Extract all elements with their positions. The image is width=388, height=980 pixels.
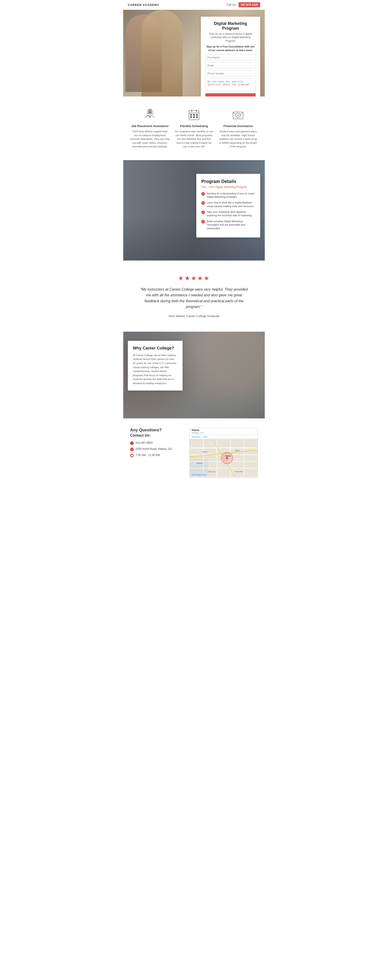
features-section: $ Job Placement Assistance You'll have l… <box>123 97 265 160</box>
feature-financial-assistance: $ Financial Assistance Student loans and… <box>219 108 258 148</box>
map-controls[interactable]: Directions Save <box>190 435 258 439</box>
feature-job-placement: $ Job Placement Assistance You'll have l… <box>130 108 169 148</box>
contact-phone-value: 512-467-8903 <box>136 441 153 444</box>
svg-rect-12 <box>196 116 198 118</box>
svg-text:$: $ <box>237 114 239 117</box>
phone-number[interactable]: 567-876-1229 <box>238 2 260 7</box>
feature-job-placement-title: Job Placement Assistance <box>130 124 169 128</box>
svg-rect-7 <box>190 114 192 115</box>
email-input[interactable] <box>205 62 255 68</box>
why-title: Why Career College? <box>133 346 177 351</box>
phone-icon: 📞 <box>130 441 134 445</box>
feature-flexible-scheduling-desc: Our programs start monthly so you can fi… <box>174 130 214 148</box>
feature-financial-assistance-desc: Student loans and payment plans may be a… <box>219 130 258 148</box>
view-larger-map-link[interactable]: View larger map <box>191 474 206 476</box>
check-icon-3: ✓ <box>201 210 205 214</box>
feature-flexible-scheduling-title: Flexible Scheduling <box>174 124 214 128</box>
check-icon-2: ✓ <box>201 201 205 205</box>
logo: CAREER ACADEMY <box>128 3 159 6</box>
features-grid: $ Job Placement Assistance You'll have l… <box>130 108 258 148</box>
calendar-icon <box>187 108 201 122</box>
why-box: Why Career College? At Career College, w… <box>128 341 183 391</box>
book-consultation-button[interactable]: BOOK FREE CONSULTATION <box>205 93 255 97</box>
program-text-2: Learn how to think like a Digital Market… <box>207 201 255 208</box>
program-section: Program Details Part - Time Digital Mark… <box>123 160 265 261</box>
contact-address-value: 5250 North Road, Atlanta, GA <box>136 447 172 450</box>
svg-text:Mableton: Mableton <box>196 462 203 464</box>
check-icon-4: ✓ <box>201 220 205 224</box>
program-text-4: Build complete Digital Marketing campaig… <box>207 220 255 230</box>
contact-hours-item: 🕐 7:00 AM - 11:30 PM <box>130 453 185 457</box>
contact-phone-item: 📞 512-467-8903 <box>130 441 185 445</box>
map-state: Georgia, USA <box>192 431 204 434</box>
svg-text:$: $ <box>149 110 151 113</box>
svg-rect-9 <box>196 114 198 115</box>
map-city: Atlanta <box>192 429 199 431</box>
svg-rect-11 <box>193 116 195 118</box>
hero-form-box: Digital Marketing Program Train for an i… <box>201 17 260 97</box>
hero-title: Digital Marketing Program <box>205 21 255 31</box>
contact-section: Any Questions? Contact Us: 📞 512-467-890… <box>123 418 265 487</box>
program-text-1: Develop an understanding of how to creat… <box>207 192 255 199</box>
map-directions-link[interactable]: Directions <box>192 436 201 438</box>
map-container[interactable]: Atlanta Georgia, USA Directions Save <box>190 428 258 478</box>
hero-section: Digital Marketing Program Train for an i… <box>123 10 265 97</box>
check-icon-1: ✓ <box>201 192 205 196</box>
testimonial-stars: ★★★★★ <box>137 274 251 282</box>
header: CAREER ACADEMY Call Us: 567-876-1229 <box>123 0 265 10</box>
hero-subtitle: Train for an in-demand career in digital… <box>205 32 255 43</box>
svg-text:Forest Park: Forest Park <box>235 471 243 473</box>
header-right: Call Us: 567-876-1229 <box>227 2 260 7</box>
why-section: Why Career College? At Career College, w… <box>123 332 265 418</box>
clock-icon: 🕐 <box>130 454 134 457</box>
envelope-dollar-icon: $ <box>231 108 245 122</box>
question-textarea[interactable] <box>205 78 255 91</box>
program-box: Program Details Part - Time Digital Mark… <box>196 174 260 238</box>
contact-heading: Any Questions? <box>130 428 185 433</box>
map-header: Atlanta Georgia, USA <box>190 428 258 435</box>
contact-hours-value: 7:00 AM - 11:30 PM <box>136 453 160 457</box>
program-item-4: ✓ Build complete Digital Marketing campa… <box>201 220 255 230</box>
map-inner: Atlanta Georgia, USA Directions Save <box>190 428 258 478</box>
svg-rect-8 <box>193 114 195 115</box>
testimonial-author: Alice Walker, Career College Graduate <box>137 314 251 318</box>
svg-text:Lilburn: Lilburn <box>235 450 240 452</box>
hero-signup-label: Sign up for a Free Consultation with one… <box>205 45 255 52</box>
contact-subheading: Contact Us: <box>130 433 185 438</box>
first-name-input[interactable] <box>205 54 255 61</box>
svg-text:Atlanta: Atlanta <box>225 455 231 457</box>
location-icon: 📍 <box>130 447 134 451</box>
program-item-1: ✓ Develop an understanding of how to cre… <box>201 192 255 199</box>
contact-info: Any Questions? Contact Us: 📞 512-467-890… <box>130 428 185 460</box>
feature-job-placement-desc: You'll have lifetime support from our on… <box>130 130 169 148</box>
program-item-2: ✓ Learn how to think like a Digital Mark… <box>201 201 255 208</box>
testimonial-quote: "My instructors at Career College were v… <box>139 286 249 310</box>
svg-rect-10 <box>190 116 192 118</box>
program-item-3: ✓ Take your marketing skills digital by … <box>201 210 255 217</box>
why-desc: At Career College, we've been helping st… <box>133 353 177 385</box>
program-subtitle: Part - Time Digital Marketing Program <box>201 185 255 189</box>
map-save-link[interactable]: Save <box>203 436 208 438</box>
svg-text:Smyrna: Smyrna <box>202 451 208 453</box>
svg-point-29 <box>226 457 228 459</box>
svg-text:Union City: Union City <box>208 471 215 473</box>
contact-address-item: 📍 5250 North Road, Atlanta, GA <box>130 447 185 451</box>
program-title: Program Details <box>201 179 255 184</box>
call-label: Call Us: <box>227 3 236 6</box>
testimonial-section: ★★★★★ "My instructors at Career College … <box>123 261 265 331</box>
handshake-icon: $ <box>143 108 157 122</box>
program-text-3: Take your marketing skills digital by ex… <box>207 210 255 217</box>
map-body: Atlanta Mableton Lilburn Union City Fore… <box>190 439 258 477</box>
feature-flexible-scheduling: Flexible Scheduling Our programs start m… <box>174 108 214 148</box>
phone-input[interactable] <box>205 70 255 76</box>
feature-financial-assistance-title: Financial Assistance <box>219 124 258 128</box>
